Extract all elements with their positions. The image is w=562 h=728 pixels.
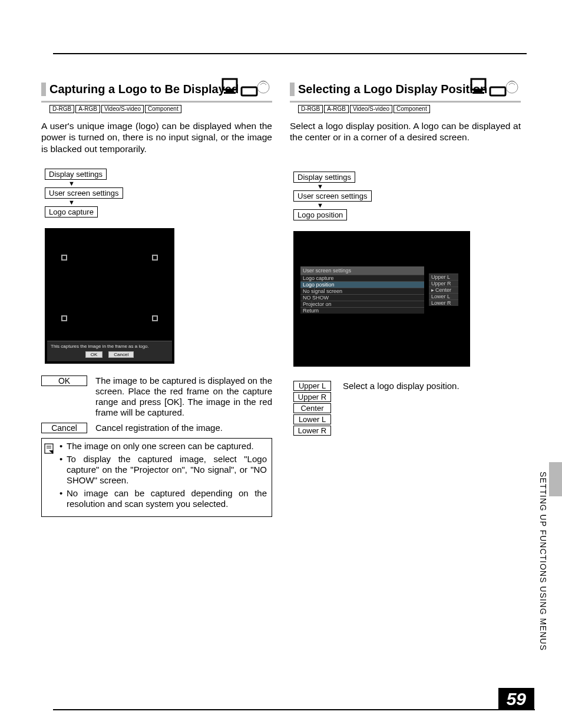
tag-video: Video/S-video <box>350 105 392 113</box>
menu-display-settings: Display settings <box>45 169 107 180</box>
popup-item: Lower L <box>429 293 458 299</box>
right-section-header: Selecting a Logo Display Position <box>290 83 521 101</box>
panel-row: NO SHOW <box>300 294 424 301</box>
capture-cancel-button[interactable]: Cancel <box>108 351 134 358</box>
menu-user-screen: User screen settings <box>45 187 123 199</box>
note-list: The image on only one screen can be capt… <box>59 441 267 512</box>
menu-arrow: ▼ <box>293 202 323 209</box>
tag-drgb: D-RGB <box>49 105 74 113</box>
note-box: The image on only one screen can be capt… <box>41 438 272 517</box>
def-cancel: Cancel Cancel registration of the image. <box>41 423 272 433</box>
ok-label: OK <box>41 375 87 386</box>
svg-rect-12 <box>490 87 505 95</box>
right-intro: Select a logo display position. A logo c… <box>290 120 521 143</box>
header-bar <box>41 83 46 96</box>
settings-popup: Upper L Upper R Center Lower L Lower R <box>429 274 458 306</box>
crop-corner-bl <box>61 315 67 321</box>
cancel-desc: Cancel registration of the image. <box>95 423 272 433</box>
menu-logo-position: Logo position <box>293 209 347 220</box>
pos-upper-l: Upper L <box>293 381 331 391</box>
menu-logo-capture: Logo capture <box>45 206 98 218</box>
right-menu-path: Display settings ▼ User screen settings … <box>293 172 521 220</box>
popup-item: Upper R <box>429 280 458 286</box>
svg-rect-10 <box>475 90 482 92</box>
panel-row: Projector on <box>300 301 424 307</box>
ok-desc: The image to be captured is displayed on… <box>95 375 272 418</box>
capture-ok-button[interactable]: OK <box>85 351 103 358</box>
popup-item: Lower R <box>429 299 458 306</box>
panel-row: Return <box>300 307 424 314</box>
panel-row: Logo capture <box>300 275 424 281</box>
position-options: Upper L Upper R Center Lower L Lower R S… <box>293 381 521 437</box>
pos-lower-r: Lower R <box>293 426 331 436</box>
svg-rect-9 <box>471 79 485 90</box>
tag-component: Component <box>394 105 430 113</box>
crop-corner-br <box>152 315 158 321</box>
left-section-header: Capturing a Logo to Be Displayed <box>41 83 272 101</box>
top-rule <box>53 53 527 54</box>
note-item: To display the captured image, select "L… <box>59 454 267 486</box>
pos-center: Center <box>293 403 331 413</box>
signal-icons <box>467 75 518 101</box>
capture-screenshot: This captures the image in the frame as … <box>45 228 174 364</box>
settings-panel-title: User screen settings <box>300 266 424 275</box>
header-bar <box>290 83 295 96</box>
note-item: No image can be captured depending on th… <box>59 488 267 509</box>
capture-bottom-panel: This captures the image in the frame as … <box>47 341 172 361</box>
def-ok: OK The image to be captured is displayed… <box>41 375 272 418</box>
crop-corner-tl <box>61 255 67 261</box>
note-icon <box>44 443 55 455</box>
popup-item: Upper L <box>429 274 458 280</box>
pos-lower-l: Lower L <box>293 414 331 424</box>
footer-rule <box>53 709 535 710</box>
svg-rect-11 <box>472 92 484 94</box>
svg-rect-1 <box>226 90 233 92</box>
left-intro: A user's unique image (logo) can be disp… <box>41 120 272 154</box>
page-number: 59 <box>498 688 534 710</box>
cancel-label: Cancel <box>41 423 87 433</box>
settings-panel: User screen settings Logo capture Logo p… <box>300 266 424 314</box>
popup-item-selected: Center <box>429 286 458 293</box>
panel-row: Logo position <box>300 281 424 288</box>
svg-rect-2 <box>224 92 236 94</box>
pos-desc: Select a logo display position. <box>343 381 521 437</box>
panel-row: No signal screen <box>300 288 424 294</box>
menu-arrow: ▼ <box>45 199 75 206</box>
signal-icons <box>218 75 270 101</box>
crop-corner-tr <box>152 255 158 261</box>
menu-user-screen: User screen settings <box>293 190 372 202</box>
capture-panel-text: This captures the image in the frame as … <box>51 344 168 349</box>
side-tab <box>549 462 562 496</box>
tag-argb: A-RGB <box>324 105 349 113</box>
svg-rect-0 <box>223 79 237 90</box>
input-tags-right: D-RGB A-RGB Video/S-video Component <box>298 105 521 113</box>
tag-video: Video/S-video <box>101 105 144 113</box>
menu-display-settings: Display settings <box>293 172 355 183</box>
input-tags-left: D-RGB A-RGB Video/S-video Component <box>49 105 272 113</box>
left-menu-path: Display settings ▼ User screen settings … <box>45 169 272 218</box>
pos-upper-r: Upper R <box>293 392 331 402</box>
tag-component: Component <box>145 105 181 113</box>
right-column: Selecting a Logo Display Position D-RGB … <box>290 83 521 517</box>
menu-arrow: ▼ <box>293 183 323 190</box>
svg-rect-3 <box>242 87 257 95</box>
tag-drgb: D-RGB <box>298 105 323 113</box>
menu-arrow: ▼ <box>45 180 75 187</box>
side-label: SETTING UP FUNCTIONS USING MENUS <box>538 472 548 651</box>
note-item: The image on only one screen can be capt… <box>59 441 267 452</box>
tag-argb: A-RGB <box>75 105 100 113</box>
left-column: Capturing a Logo to Be Displayed D-RGB A… <box>41 83 272 517</box>
settings-screenshot: User screen settings Logo capture Logo p… <box>293 231 470 367</box>
